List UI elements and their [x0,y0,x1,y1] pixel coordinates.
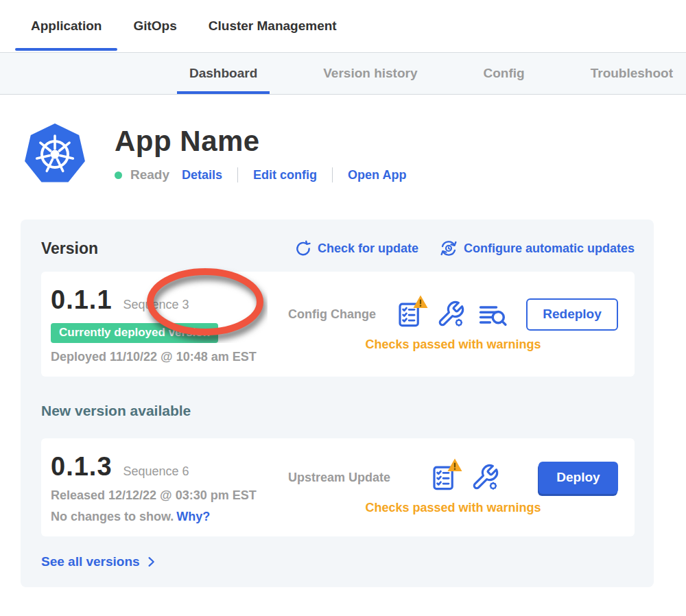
tab-version-history[interactable]: Version history [311,53,429,94]
page-title: App Name [115,125,406,158]
status-dot-icon [115,171,122,179]
preflight-checks-icon-button[interactable] [429,462,458,493]
kubernetes-logo-icon [24,122,86,185]
released-date: Released 12/12/22 @ 03:30 pm EST [51,488,288,503]
tab-gitops-label: GitOps [133,19,176,34]
tab-dashboard-label: Dashboard [189,66,257,81]
currently-deployed-badge: Currently deployed version [51,323,218,343]
version-section: Version Check for update Configure [21,220,654,587]
configure-automatic-updates-link[interactable]: Configure automatic updates [439,239,635,258]
chevron-right-icon [144,555,158,569]
tab-version-history-label: Version history [323,66,417,81]
redeploy-button[interactable]: Redeploy [526,298,618,331]
open-app-link[interactable]: Open App [348,168,406,182]
tab-gitops[interactable]: GitOps [117,0,192,52]
why-link[interactable]: Why? [176,510,210,523]
tab-cluster-management[interactable]: Cluster Management [193,0,353,52]
view-files-icon[interactable] [477,299,508,329]
deployed-checks-status[interactable]: Checks passed with warnings [288,337,618,352]
tab-config[interactable]: Config [471,53,537,94]
divider [237,167,238,182]
app-header: App Name Ready Details Edit config Open … [24,122,686,185]
status-text: Ready [130,167,169,182]
warning-triangle-icon [446,457,464,473]
available-sequence-label: Sequence 6 [123,464,189,479]
deployed-version-card: 0.1.1 Sequence 3 Currently deployed vers… [41,272,635,377]
deployed-date: Deployed 11/10/22 @ 10:48 am EST [51,350,288,364]
configure-automatic-updates-label: Configure automatic updates [464,241,635,256]
deployed-source-label: Config Change [288,307,376,322]
check-for-update-label: Check for update [318,241,418,256]
version-heading: Version [41,239,98,258]
available-version-number: 0.1.3 [51,452,113,482]
tab-config-label: Config [484,66,525,81]
preflight-checks-icon-button[interactable] [395,299,424,329]
edit-config-link[interactable]: Edit config [253,168,317,182]
tab-cluster-management-label: Cluster Management [209,19,337,34]
see-all-versions-label: See all versions [41,554,140,569]
tab-troubleshoot[interactable]: Troubleshoot [578,53,685,94]
tab-troubleshoot-label: Troubleshoot [591,66,673,81]
tab-dashboard[interactable]: Dashboard [177,53,270,94]
available-source-label: Upstream Update [288,471,390,485]
new-version-available-heading: New version available [41,403,635,419]
see-all-versions-link[interactable]: See all versions [41,554,635,569]
tab-application-label: Application [31,19,102,34]
tab-application[interactable]: Application [15,0,117,52]
details-link[interactable]: Details [182,168,222,182]
available-version-card: 0.1.3 Sequence 6 Released 12/12/22 @ 03:… [41,438,635,536]
deploy-button[interactable]: Deploy [539,462,618,494]
deployed-sequence-label: Sequence 3 [123,298,189,312]
sub-nav: Dashboard Version history Config Trouble… [0,53,686,95]
no-changes-note: No changes to show. [51,510,174,523]
deployed-version-number: 0.1.1 [51,285,113,315]
warning-triangle-icon [412,294,429,310]
config-wrench-icon[interactable] [471,462,499,493]
available-checks-status[interactable]: Checks passed with warnings [288,501,618,515]
check-for-update-link[interactable]: Check for update [294,239,418,257]
config-wrench-icon[interactable] [436,299,465,329]
divider [332,167,333,182]
top-nav: Application GitOps Cluster Management [0,0,686,53]
refresh-icon [294,239,312,257]
auto-update-clock-icon [439,239,458,258]
